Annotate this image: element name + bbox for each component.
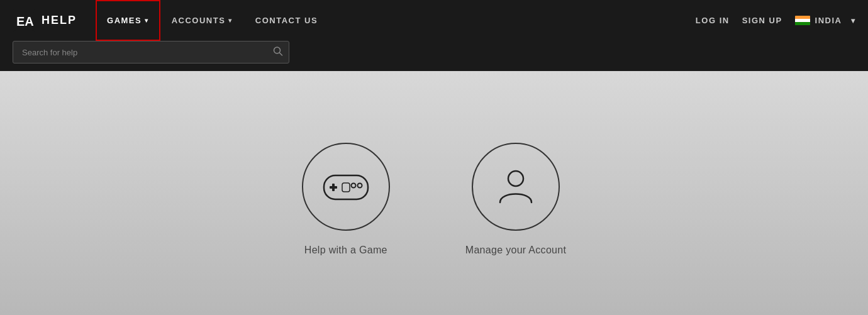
games-card-label: Help with a Game <box>304 245 387 256</box>
svg-rect-6 <box>330 186 337 189</box>
gamepad-icon <box>321 168 371 206</box>
svg-point-8 <box>357 184 362 188</box>
site-title: HELP <box>42 14 77 27</box>
svg-text:EA: EA <box>16 14 34 28</box>
main-content: Help with a Game Manage your Account <box>0 71 868 315</box>
login-link[interactable]: LOG IN <box>696 16 730 25</box>
svg-point-10 <box>508 171 523 186</box>
person-icon <box>494 165 538 209</box>
gamepad-icon-circle <box>302 143 390 231</box>
person-icon-circle <box>472 143 560 231</box>
nav-item-games[interactable]: GAMES ▾ <box>96 0 160 41</box>
svg-point-7 <box>351 184 355 188</box>
account-card[interactable]: Manage your Account <box>465 143 566 256</box>
country-selector[interactable]: INDIA ▾ <box>795 16 855 26</box>
nav-item-contact[interactable]: CONTACT US <box>244 0 329 41</box>
india-flag-icon <box>795 16 810 26</box>
games-card[interactable]: Help with a Game <box>302 143 390 256</box>
nav-right: LOG IN SIGN UP INDIA ▾ <box>696 16 855 26</box>
chevron-down-icon: ▾ <box>145 17 149 24</box>
chevron-down-icon: ▾ <box>851 16 856 25</box>
ea-logo: EA <box>13 9 35 32</box>
account-card-label: Manage your Account <box>465 245 566 256</box>
chevron-down-icon: ▾ <box>228 17 233 24</box>
search-bar-area <box>0 41 868 71</box>
svg-rect-9 <box>342 183 350 192</box>
search-container <box>13 41 289 64</box>
country-name: INDIA <box>815 16 842 25</box>
nav-links: GAMES ▾ ACCOUNTS ▾ CONTACT US <box>96 0 696 41</box>
signup-link[interactable]: SIGN UP <box>742 16 782 25</box>
navbar: EA HELP GAMES ▾ ACCOUNTS ▾ CONTACT US LO… <box>0 0 868 41</box>
logo-area[interactable]: EA HELP <box>13 9 77 32</box>
nav-item-accounts[interactable]: ACCOUNTS ▾ <box>160 0 244 41</box>
search-input[interactable] <box>13 41 289 64</box>
